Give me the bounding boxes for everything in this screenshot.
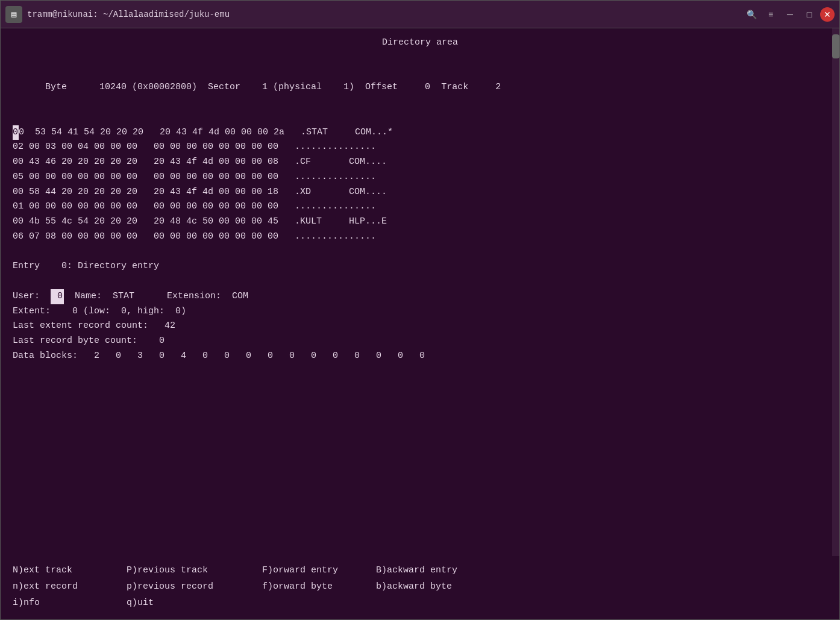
- app-icon: ▤: [5, 6, 22, 23]
- track-label: Track 2: [441, 82, 501, 92]
- minimize-button[interactable]: ─: [782, 6, 798, 23]
- menu-button[interactable]: ≡: [762, 6, 779, 23]
- data-blocks-line: Data blocks: 2 0 3 0 4 0 0 0 0 0 0 0 0 0…: [13, 349, 827, 364]
- bottom-line-1: N)ext track P)revious track F)orward ent…: [13, 562, 827, 578]
- cursor: 0: [13, 125, 19, 140]
- hex-row-7: 06 07 08 00 00 00 00 00 00 00 00 00 00 0…: [13, 230, 827, 245]
- hex-row-5: 01 00 00 00 00 00 00 00 00 00 00 00 00 0…: [13, 199, 827, 214]
- spacer-4: [13, 274, 827, 289]
- hex-row-0-rest: 0 53 54 41 54 20 20 20 20 43 4f 4d 00 00…: [19, 127, 393, 137]
- hex-row-1: 02 00 03 00 04 00 00 00 00 00 00 00 00 0…: [13, 140, 827, 155]
- search-button[interactable]: 🔍: [743, 6, 760, 23]
- hex-row-0: 00 53 54 41 54 20 20 20 20 43 4f 4d 00 0…: [13, 125, 827, 140]
- bottom-line-3: i)nfo q)uit: [13, 595, 827, 611]
- spacer-1: [13, 51, 827, 66]
- hex-row-2: 00 43 46 20 20 20 20 20 20 43 4f 4d 00 0…: [13, 155, 827, 170]
- user-value: 0: [51, 289, 64, 304]
- hex-row-4: 00 58 44 20 20 20 20 20 20 43 4f 4d 00 0…: [13, 185, 827, 200]
- bottom-bar: N)ext track P)revious track F)orward ent…: [1, 556, 839, 619]
- user-name-line: User: 0 Name: STAT Extension: COM: [13, 289, 827, 304]
- titlebar: ▤ tramm@nikunai: ~/Allalaadimised/juku-e…: [1, 1, 839, 28]
- hex-row-6: 00 4b 55 4c 54 20 20 20 20 48 4c 50 00 0…: [13, 214, 827, 230]
- info-line: Byte 10240 (0x00002800) Sector 1 (physic…: [13, 66, 827, 110]
- byte-label: Byte 10240 (0x00002800) Sector 1 (physic…: [45, 82, 441, 92]
- terminal-content: Directory area Byte 10240 (0x00002800) S…: [1, 28, 839, 556]
- directory-heading: Directory area: [13, 36, 827, 51]
- last-extent-line: Last extent record count: 42: [13, 319, 827, 334]
- maximize-button[interactable]: □: [801, 6, 818, 23]
- last-record-line: Last record byte count: 0: [13, 334, 827, 349]
- extent-line: Extent: 0 (low: 0, high: 0): [13, 304, 827, 319]
- scrollbar[interactable]: [832, 28, 839, 556]
- spacer-2: [13, 110, 827, 125]
- close-button[interactable]: ✕: [820, 7, 835, 22]
- spacer-3: [13, 245, 827, 260]
- titlebar-controls: 🔍 ≡ ─ □ ✕: [743, 6, 835, 23]
- window-title: tramm@nikunai: ~/Allalaadimised/juku-emu: [27, 10, 230, 19]
- bottom-line-2: n)ext record p)revious record f)orward b…: [13, 578, 827, 595]
- hex-row-3: 05 00 00 00 00 00 00 00 00 00 00 00 00 0…: [13, 170, 827, 185]
- scrollbar-thumb[interactable]: [832, 34, 839, 58]
- titlebar-left: ▤ tramm@nikunai: ~/Allalaadimised/juku-e…: [5, 6, 230, 23]
- terminal-window: ▤ tramm@nikunai: ~/Allalaadimised/juku-e…: [0, 0, 840, 620]
- entry-line: Entry 0: Directory entry: [13, 259, 827, 274]
